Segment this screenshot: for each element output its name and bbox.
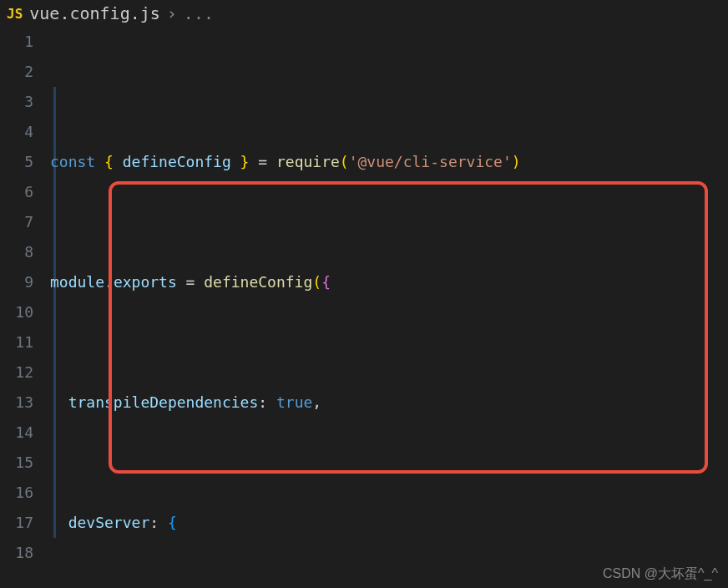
function-call: require (276, 153, 340, 170)
line-number: 15 (0, 448, 33, 478)
line-number: 11 (0, 327, 33, 357)
identifier: module (50, 273, 104, 291)
highlight-annotation (109, 181, 708, 474)
line-number: 10 (0, 297, 33, 327)
line-number: 9 (0, 267, 33, 297)
brace: { (168, 514, 177, 531)
line-number: 18 (0, 538, 33, 568)
paren: ( (340, 153, 349, 170)
function-call: defineConfig (204, 273, 312, 291)
punct: : (258, 393, 267, 411)
line-number: 13 (0, 388, 33, 418)
code-line[interactable]: devServer: { (50, 508, 728, 538)
code-editor[interactable]: 1 2 3 4 5 6 7 8 9 10 11 12 13 14 15 16 1… (0, 27, 728, 588)
line-number: 16 (0, 478, 33, 508)
brace: { (104, 153, 114, 170)
property: transpileDependencies (68, 393, 259, 411)
brace: } (240, 153, 250, 170)
line-number: 7 (0, 207, 33, 237)
watermark: CSDN @大坏蛋^_^ (603, 565, 718, 583)
paren: ( (312, 273, 321, 291)
line-number: 5 (0, 147, 33, 177)
operator: = (177, 273, 205, 291)
breadcrumb[interactable]: JS vue.config.js › ... (0, 0, 728, 27)
punct: , (312, 393, 321, 411)
breadcrumb-filename[interactable]: vue.config.js (29, 3, 160, 23)
code-content[interactable]: const { defineConfig } = require('@vue/c… (50, 27, 728, 588)
operator: = (249, 153, 276, 170)
code-line[interactable]: transpileDependencies: true, (50, 388, 728, 418)
identifier: defineConfig (123, 153, 231, 170)
boolean: true (276, 393, 312, 411)
line-number: 12 (0, 357, 33, 388)
line-number: 1 (0, 27, 33, 57)
identifier: exports (114, 273, 177, 291)
string: '@vue/cli-service' (349, 153, 512, 170)
property: devServer (68, 514, 150, 531)
line-number: 8 (0, 237, 33, 267)
breadcrumb-more[interactable]: ... (184, 3, 214, 23)
line-number: 14 (0, 418, 33, 448)
brace: { (321, 273, 331, 291)
line-number: 2 (0, 57, 33, 87)
line-number: 6 (0, 177, 33, 207)
paren: ) (512, 153, 521, 170)
line-number: 4 (0, 117, 33, 147)
line-number: 3 (0, 87, 33, 117)
code-line[interactable]: module.exports = defineConfig({ (50, 267, 728, 297)
keyword: const (50, 153, 95, 170)
punct: : (149, 514, 159, 531)
breadcrumb-separator: › (167, 3, 177, 23)
js-file-icon: JS (7, 6, 23, 22)
line-number: 17 (0, 508, 33, 538)
code-line[interactable]: const { defineConfig } = require('@vue/c… (50, 147, 728, 177)
line-number-gutter: 1 2 3 4 5 6 7 8 9 10 11 12 13 14 15 16 1… (0, 27, 50, 588)
punct: . (104, 273, 114, 291)
